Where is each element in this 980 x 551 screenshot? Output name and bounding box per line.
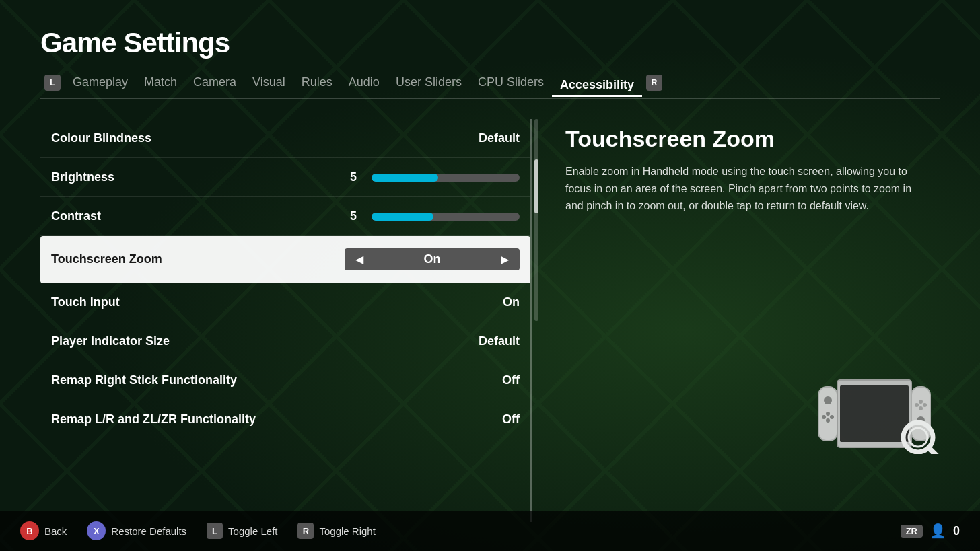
- setting-label-player-indicator: Player Indicator Size: [51, 334, 170, 348]
- brightness-fill: [372, 174, 438, 182]
- selector-arrow-right[interactable]: ▶: [501, 253, 509, 266]
- settings-panel: Colour Blindness Default Brightness 5 Co…: [40, 119, 532, 522]
- setting-label-remap-right-stick: Remap Right Stick Functionality: [51, 373, 237, 388]
- svg-point-5: [826, 418, 830, 423]
- setting-colour-blindness[interactable]: Colour Blindness Default: [40, 119, 530, 158]
- svg-point-4: [830, 415, 834, 419]
- bottom-bar: B Back X Restore Defaults L Toggle Left …: [0, 511, 980, 551]
- contrast-fill: [372, 213, 433, 221]
- setting-label-contrast: Contrast: [51, 209, 101, 223]
- contrast-value: 5: [350, 209, 363, 223]
- contrast-track[interactable]: [372, 213, 520, 221]
- setting-player-indicator-size[interactable]: Player Indicator Size Default: [40, 322, 530, 361]
- player-count: 0: [953, 524, 960, 538]
- svg-point-12: [923, 403, 927, 407]
- setting-value-player-indicator: Default: [479, 334, 520, 348]
- tab-match[interactable]: Match: [136, 73, 185, 92]
- tab-accessibility[interactable]: Accessibility: [552, 75, 642, 97]
- b-button-badge: B: [20, 521, 39, 540]
- tab-bar: L Gameplay Match Camera Visual Rules Aud…: [40, 73, 940, 99]
- tab-rules[interactable]: Rules: [293, 73, 341, 92]
- tab-left-badge: L: [44, 75, 61, 91]
- toggle-right-action[interactable]: R Toggle Right: [298, 523, 375, 539]
- svg-rect-7: [840, 385, 909, 442]
- x-button-badge: X: [87, 521, 106, 540]
- setting-label-touchscreen-zoom: Touchscreen Zoom: [51, 252, 162, 266]
- setting-value-remap-right-stick: Off: [502, 373, 520, 388]
- touchscreen-zoom-selector[interactable]: ◀ On ▶: [345, 248, 520, 270]
- tab-visual[interactable]: Visual: [244, 73, 293, 92]
- zr-badge: ZR: [901, 525, 923, 538]
- setting-value-colour-blindness: Default: [479, 131, 520, 145]
- setting-touchscreen-zoom[interactable]: Touchscreen Zoom ◀ On ▶: [40, 236, 530, 283]
- toggle-left-action[interactable]: L Toggle Left: [207, 523, 277, 539]
- page-title: Game Settings: [40, 27, 940, 59]
- detail-description: Enable zoom in Handheld mode using the t…: [565, 163, 913, 215]
- setting-value-remap-lr: Off: [502, 412, 520, 427]
- setting-label-colour-blindness: Colour Blindness: [51, 131, 151, 145]
- back-action[interactable]: B Back: [20, 521, 67, 540]
- brightness-slider-container: 5: [350, 170, 520, 184]
- svg-point-10: [919, 400, 923, 404]
- tab-camera[interactable]: Camera: [185, 73, 244, 92]
- r-button-badge: R: [298, 523, 314, 539]
- svg-point-1: [824, 396, 832, 404]
- setting-label-touch-input: Touch Input: [51, 295, 120, 309]
- brightness-track[interactable]: [372, 174, 520, 182]
- tab-audio[interactable]: Audio: [341, 73, 388, 92]
- touchscreen-zoom-value: On: [424, 252, 441, 266]
- svg-point-3: [822, 415, 826, 419]
- tab-cpu-sliders[interactable]: CPU Sliders: [470, 73, 552, 92]
- restore-defaults-action[interactable]: X Restore Defaults: [87, 521, 186, 540]
- main-layout: Colour Blindness Default Brightness 5 Co…: [40, 119, 940, 522]
- setting-brightness[interactable]: Brightness 5: [40, 158, 530, 197]
- svg-line-16: [929, 448, 940, 454]
- setting-value-touch-input: On: [503, 295, 520, 309]
- l-button-badge: L: [207, 523, 223, 539]
- setting-label-remap-lr: Remap L/R and ZL/ZR Functionality: [51, 412, 256, 427]
- setting-label-brightness: Brightness: [51, 170, 114, 184]
- brightness-value: 5: [350, 170, 363, 184]
- tab-right-badge: R: [646, 75, 662, 91]
- toggle-right-label: Toggle Right: [319, 525, 375, 537]
- scrollbar[interactable]: [534, 119, 538, 321]
- bottom-right-section: ZR 👤 0: [901, 523, 960, 539]
- restore-label: Restore Defaults: [111, 525, 186, 537]
- svg-point-2: [826, 412, 830, 416]
- tab-gameplay[interactable]: Gameplay: [65, 73, 136, 92]
- contrast-slider-container: 5: [350, 209, 520, 223]
- setting-remap-right-stick[interactable]: Remap Right Stick Functionality Off: [40, 361, 530, 400]
- toggle-left-label: Toggle Left: [228, 525, 277, 537]
- setting-touch-input[interactable]: Touch Input On: [40, 283, 530, 322]
- person-icon: 👤: [930, 523, 946, 539]
- back-label: Back: [44, 525, 67, 537]
- touchscreen-zoom-illustration: [818, 373, 940, 457]
- scroll-thumb: [534, 159, 538, 213]
- svg-point-13: [919, 406, 923, 410]
- detail-title: Touchscreen Zoom: [565, 126, 913, 152]
- selector-arrow-left[interactable]: ◀: [355, 253, 363, 266]
- tab-user-sliders[interactable]: User Sliders: [388, 73, 470, 92]
- setting-remap-lr-zlzr[interactable]: Remap L/R and ZL/ZR Functionality Off: [40, 400, 530, 439]
- svg-point-11: [915, 403, 919, 407]
- info-panel: Touchscreen Zoom Enable zoom in Handheld…: [538, 119, 940, 522]
- setting-contrast[interactable]: Contrast 5: [40, 197, 530, 236]
